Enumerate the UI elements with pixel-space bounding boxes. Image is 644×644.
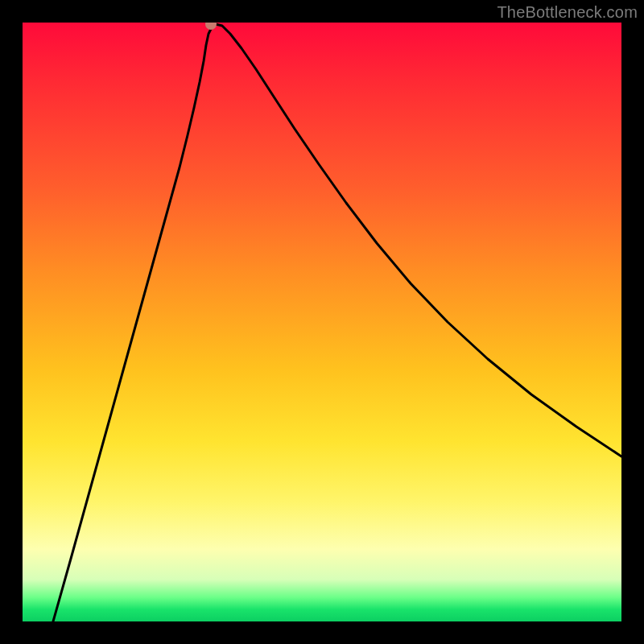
plot-area <box>23 23 621 621</box>
chart-frame: TheBottleneck.com <box>0 0 644 644</box>
watermark-text: TheBottleneck.com <box>497 3 638 22</box>
bottleneck-curve <box>23 23 621 621</box>
curve-path <box>53 24 621 621</box>
minimum-marker <box>205 23 217 30</box>
